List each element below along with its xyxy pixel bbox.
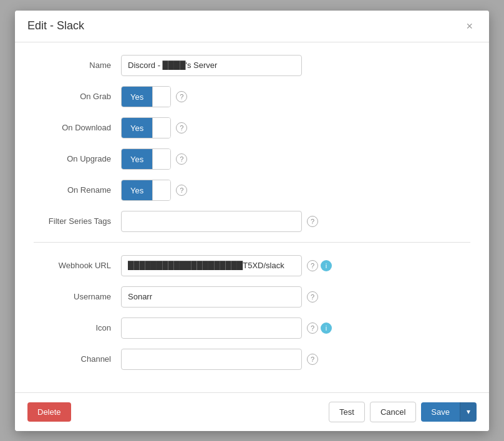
name-label: Name (34, 61, 121, 70)
filter-series-tags-group: Filter Series Tags ? (34, 211, 470, 232)
name-input[interactable] (121, 55, 302, 76)
on-rename-no-button[interactable] (152, 180, 170, 201)
on-upgrade-toggle: Yes (121, 148, 171, 170)
on-grab-label: On Grab (34, 92, 121, 101)
on-upgrade-switch: Yes (121, 148, 171, 170)
delete-button[interactable]: Delete (27, 402, 71, 422)
on-rename-help-icon[interactable]: ? (176, 185, 187, 196)
save-button[interactable]: Save (421, 402, 460, 422)
username-input[interactable] (121, 286, 302, 308)
test-button[interactable]: Test (329, 402, 365, 422)
webhook-url-help-icon[interactable]: ? (307, 260, 318, 271)
on-upgrade-yes-button[interactable]: Yes (122, 149, 152, 170)
on-download-help-icon[interactable]: ? (176, 122, 187, 133)
filter-series-tags-help-icon[interactable]: ? (307, 216, 318, 227)
icon-label: Icon (34, 323, 121, 332)
on-upgrade-help-icon[interactable]: ? (176, 153, 187, 165)
on-grab-group: On Grab Yes ? (34, 86, 470, 107)
webhook-url-label: Webhook URL (34, 261, 121, 270)
footer-right-actions: Test Cancel Save ▾ (329, 402, 477, 422)
on-download-toggle: Yes (121, 117, 171, 138)
username-label: Username (34, 292, 121, 301)
username-group: Username ? (34, 286, 470, 308)
modal-header: Edit - Slack × (15, 11, 489, 42)
channel-help-icon[interactable]: ? (307, 354, 318, 365)
on-upgrade-label: On Upgrade (34, 154, 121, 163)
channel-label: Channel (34, 354, 121, 364)
section-divider (34, 242, 470, 243)
icon-group: Icon ? i (34, 317, 470, 339)
webhook-url-input[interactable] (121, 255, 302, 276)
on-rename-yes-button[interactable]: Yes (122, 180, 152, 201)
on-rename-switch: Yes (121, 180, 171, 201)
icon-input[interactable] (121, 317, 302, 339)
username-help-icon[interactable]: ? (307, 291, 318, 303)
edit-slack-modal: Edit - Slack × Name On Grab Yes ? (15, 11, 489, 431)
on-download-label: On Download (34, 123, 121, 132)
webhook-url-group: Webhook URL ? i (34, 255, 470, 276)
on-download-yes-button[interactable]: Yes (122, 118, 152, 138)
filter-series-tags-input[interactable] (121, 211, 302, 232)
channel-group: Channel ? (34, 349, 470, 370)
on-grab-switch: Yes (121, 86, 171, 107)
name-group: Name (34, 55, 470, 76)
icon-help-icon[interactable]: ? (307, 322, 318, 334)
modal-footer: Delete Test Cancel Save ▾ (15, 392, 489, 431)
cancel-button[interactable]: Cancel (370, 402, 416, 422)
on-grab-help-icon[interactable]: ? (176, 91, 187, 102)
on-upgrade-no-button[interactable] (152, 149, 170, 170)
modal-title: Edit - Slack (27, 19, 84, 32)
filter-series-tags-label: Filter Series Tags (34, 216, 121, 226)
save-dropdown-button[interactable]: ▾ (460, 402, 477, 422)
save-button-group: Save ▾ (421, 402, 477, 422)
icon-info-icon[interactable]: i (321, 322, 332, 334)
on-rename-toggle: Yes (121, 180, 171, 201)
on-grab-yes-button[interactable]: Yes (122, 87, 152, 107)
on-download-group: On Download Yes ? (34, 117, 470, 138)
on-download-switch: Yes (121, 117, 171, 138)
on-grab-toggle: Yes (121, 86, 171, 107)
on-download-no-button[interactable] (152, 118, 170, 138)
on-rename-group: On Rename Yes ? (34, 180, 470, 201)
on-rename-label: On Rename (34, 185, 121, 195)
on-upgrade-group: On Upgrade Yes ? (34, 148, 470, 170)
channel-input[interactable] (121, 349, 302, 370)
webhook-url-info-icon[interactable]: i (321, 260, 332, 271)
close-button[interactable]: × (462, 19, 477, 33)
on-grab-no-button[interactable] (152, 87, 170, 107)
modal-body: Name On Grab Yes ? On Download (15, 42, 489, 392)
